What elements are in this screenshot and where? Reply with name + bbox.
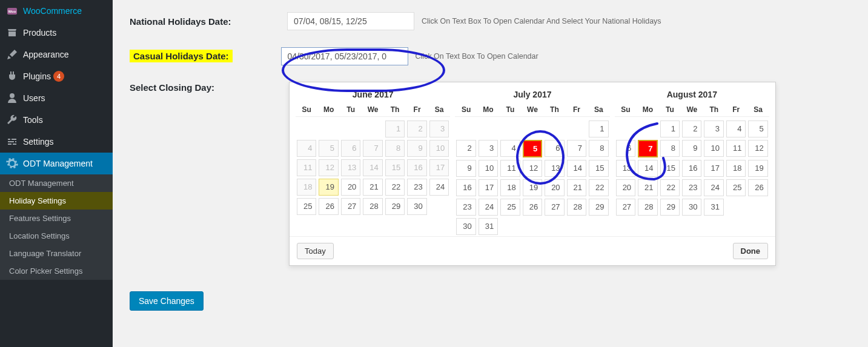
day-cell[interactable]: 21	[638, 179, 657, 196]
day-cell[interactable]: 13	[341, 159, 360, 176]
day-cell[interactable]: 26	[319, 198, 338, 215]
submenu-item-language-translator[interactable]: Language Translator	[0, 245, 113, 262]
day-cell[interactable]: 4	[500, 140, 520, 157]
day-cell[interactable]: 10	[479, 160, 498, 177]
day-cell[interactable]: 17	[479, 179, 498, 196]
day-cell[interactable]: 18	[726, 160, 746, 177]
day-cell[interactable]: 11	[500, 160, 520, 177]
day-cell[interactable]: 1	[589, 121, 608, 137]
day-cell[interactable]: 23	[456, 199, 475, 216]
day-cell[interactable]: 15	[589, 160, 608, 177]
day-cell[interactable]: 4	[297, 140, 316, 157]
day-cell[interactable]: 26	[523, 199, 542, 216]
day-cell[interactable]: 2	[407, 121, 426, 137]
day-cell[interactable]: 27	[616, 199, 635, 216]
submenu-item-features-settings[interactable]: Features Settings	[0, 210, 113, 227]
day-cell[interactable]: 21	[567, 179, 586, 196]
day-cell[interactable]: 28	[638, 199, 657, 216]
day-cell[interactable]: 10	[704, 140, 723, 157]
day-cell[interactable]: 30	[456, 218, 475, 235]
day-cell[interactable]: 7	[363, 140, 382, 157]
day-cell[interactable]: 8	[589, 140, 608, 157]
day-cell[interactable]: 16	[456, 179, 475, 196]
submenu-item-location-settings[interactable]: Location Settings	[0, 227, 113, 245]
sidebar-item-odt-management[interactable]: ODT Management	[0, 153, 113, 174]
national-holidays-input[interactable]	[287, 12, 414, 30]
day-cell[interactable]: 18	[500, 179, 520, 196]
day-cell[interactable]: 25	[500, 199, 520, 216]
day-cell[interactable]: 7	[638, 140, 657, 157]
sidebar-item-tools[interactable]: Tools	[0, 109, 113, 131]
day-cell[interactable]: 13	[616, 160, 635, 177]
day-cell[interactable]: 10	[429, 140, 449, 157]
sidebar-item-users[interactable]: Users	[0, 87, 113, 109]
day-cell[interactable]: 28	[567, 199, 586, 216]
day-cell[interactable]: 25	[726, 179, 746, 196]
day-cell[interactable]: 18	[297, 179, 316, 196]
day-cell[interactable]: 19	[319, 179, 338, 196]
submenu-item-color-picker-settings[interactable]: Color Picker Settings	[0, 262, 113, 280]
day-cell[interactable]: 30	[682, 199, 701, 216]
done-button[interactable]: Done	[733, 243, 769, 259]
day-cell[interactable]: 5	[319, 140, 338, 157]
day-cell[interactable]: 8	[660, 140, 680, 157]
day-cell[interactable]: 1	[385, 121, 405, 137]
day-cell[interactable]: 23	[682, 179, 701, 196]
day-cell[interactable]: 29	[385, 198, 405, 215]
day-cell[interactable]: 22	[660, 179, 680, 196]
day-cell[interactable]: 5	[523, 140, 542, 157]
day-cell[interactable]: 30	[407, 198, 426, 215]
day-cell[interactable]: 31	[704, 199, 723, 216]
day-cell[interactable]: 12	[523, 160, 542, 177]
day-cell[interactable]: 1	[660, 121, 680, 137]
day-cell[interactable]: 20	[545, 179, 564, 196]
day-cell[interactable]: 3	[479, 140, 498, 157]
sidebar-item-woocommerce[interactable]: WooWooCommerce	[0, 0, 113, 22]
day-cell[interactable]: 31	[479, 218, 498, 235]
day-cell[interactable]: 20	[616, 179, 635, 196]
day-cell[interactable]: 20	[341, 179, 360, 196]
day-cell[interactable]: 12	[319, 159, 338, 176]
day-cell[interactable]: 19	[523, 179, 542, 196]
casual-holidays-input[interactable]	[281, 47, 408, 65]
day-cell[interactable]: 12	[748, 140, 767, 157]
day-cell[interactable]: 9	[456, 160, 475, 177]
day-cell[interactable]: 11	[297, 159, 316, 176]
day-cell[interactable]: 24	[479, 199, 498, 216]
day-cell[interactable]: 6	[341, 140, 360, 157]
day-cell[interactable]: 8	[385, 140, 405, 157]
day-cell[interactable]: 14	[567, 160, 586, 177]
submenu-item-holiday-settings[interactable]: Holiday Settings	[0, 192, 113, 210]
day-cell[interactable]: 27	[341, 198, 360, 215]
day-cell[interactable]: 4	[726, 121, 746, 137]
sidebar-item-products[interactable]: Products	[0, 22, 113, 44]
day-cell[interactable]: 7	[567, 140, 586, 157]
day-cell[interactable]: 23	[407, 179, 426, 196]
save-changes-button[interactable]: Save Changes	[130, 291, 204, 311]
day-cell[interactable]: 14	[638, 160, 657, 177]
day-cell[interactable]: 29	[660, 199, 680, 216]
day-cell[interactable]: 14	[363, 159, 382, 176]
sidebar-item-plugins[interactable]: Plugins4	[0, 65, 113, 87]
day-cell[interactable]: 21	[363, 179, 382, 196]
day-cell[interactable]: 15	[385, 159, 405, 176]
day-cell[interactable]: 3	[704, 121, 723, 137]
day-cell[interactable]: 26	[748, 179, 767, 196]
day-cell[interactable]: 2	[456, 140, 475, 157]
day-cell[interactable]: 11	[726, 140, 746, 157]
day-cell[interactable]: 9	[407, 140, 426, 157]
sidebar-item-settings[interactable]: Settings	[0, 131, 113, 153]
day-cell[interactable]: 9	[682, 140, 701, 157]
day-cell[interactable]: 19	[748, 160, 767, 177]
day-cell[interactable]: 3	[429, 121, 449, 137]
day-cell[interactable]: 24	[429, 179, 449, 196]
day-cell[interactable]: 29	[589, 199, 608, 216]
sidebar-item-appearance[interactable]: Appearance	[0, 44, 113, 65]
day-cell[interactable]: 25	[297, 198, 316, 215]
day-cell[interactable]: 28	[363, 198, 382, 215]
submenu-item-odt-management[interactable]: ODT Management	[0, 174, 113, 192]
day-cell[interactable]: 13	[545, 160, 564, 177]
day-cell[interactable]: 17	[704, 160, 723, 177]
day-cell[interactable]: 6	[616, 140, 635, 157]
day-cell[interactable]: 2	[682, 121, 701, 137]
